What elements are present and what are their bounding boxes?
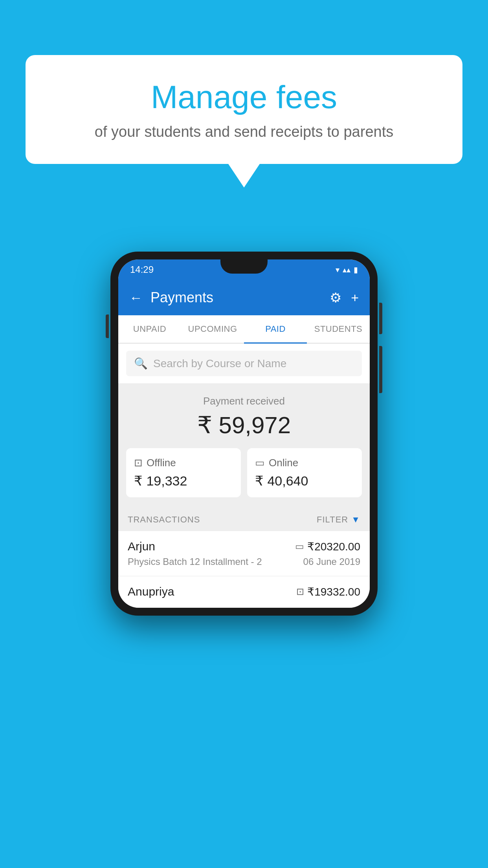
transaction-name-2: Anupriya: [128, 585, 174, 598]
status-time: 14:29: [130, 264, 154, 275]
filter-icon: ▼: [351, 515, 360, 525]
transaction-row[interactable]: Arjun ▭ ₹20320.00 Physics Batch 12 Insta…: [118, 531, 370, 576]
online-icon: ▭: [255, 457, 265, 469]
payment-cards-row: ⊡ Offline ₹ 19,332 ▭ Online ₹ 40,640: [118, 448, 370, 507]
volume-button: [106, 314, 109, 338]
transaction-date: 06 June 2019: [303, 556, 360, 567]
online-label: Online: [269, 457, 298, 469]
app-bar: ← Payments ⚙ +: [118, 280, 370, 315]
transaction-amount-wrap-2: ⊡ ₹19332.00: [296, 585, 360, 598]
transaction-amount: ₹20320.00: [307, 540, 360, 553]
settings-icon[interactable]: ⚙: [330, 290, 341, 305]
transaction-top: Arjun ▭ ₹20320.00: [128, 540, 360, 553]
offline-label: Offline: [147, 457, 176, 469]
offline-payment-card: ⊡ Offline ₹ 19,332: [126, 448, 241, 497]
transaction-bottom: Physics Batch 12 Installment - 2 06 June…: [128, 556, 360, 567]
app-bar-right: ⚙ +: [330, 290, 359, 305]
speech-bubble-tail: [228, 164, 260, 188]
search-input[interactable]: Search by Course or Name: [153, 357, 286, 370]
signal-icon: ▴▴: [343, 265, 350, 274]
offline-icon: ⊡: [134, 457, 143, 469]
speech-bubble-title: Manage fees: [57, 79, 431, 116]
payment-received-label: Payment received: [126, 395, 362, 407]
payment-type-icon-2: ⊡: [296, 586, 304, 597]
battery-icon: ▮: [354, 265, 358, 274]
transaction-amount-2: ₹19332.00: [307, 585, 360, 598]
add-icon[interactable]: +: [351, 290, 359, 305]
speech-bubble-container: Manage fees of your students and send re…: [26, 55, 462, 188]
status-icons: ▾ ▴▴ ▮: [336, 265, 358, 274]
payment-type-icon: ▭: [295, 541, 304, 552]
offline-card-header: ⊡ Offline: [134, 457, 233, 469]
speech-bubble-subtitle: of your students and send receipts to pa…: [57, 123, 431, 140]
phone-outer: 14:29 ▾ ▴▴ ▮ ← Payments ⚙ +: [110, 252, 378, 616]
transaction-name: Arjun: [128, 540, 155, 553]
payment-total-amount: ₹ 59,972: [126, 411, 362, 439]
search-box[interactable]: 🔍 Search by Course or Name: [126, 351, 362, 376]
online-card-header: ▭ Online: [255, 457, 354, 469]
transaction-row-partial[interactable]: Anupriya ⊡ ₹19332.00: [118, 576, 370, 608]
transaction-top-2: Anupriya ⊡ ₹19332.00: [128, 585, 360, 598]
online-amount: ₹ 40,640: [255, 473, 354, 489]
volume-down-button: [379, 346, 382, 393]
transactions-label: TRANSACTIONS: [128, 515, 200, 525]
app-bar-left: ← Payments: [129, 289, 213, 306]
tab-upcoming[interactable]: UPCOMING: [181, 315, 244, 343]
filter-label: FILTER: [317, 515, 348, 525]
tab-unpaid[interactable]: UNPAID: [118, 315, 181, 343]
search-container: 🔍 Search by Course or Name: [118, 344, 370, 383]
phone-screen: 14:29 ▾ ▴▴ ▮ ← Payments ⚙ +: [118, 259, 370, 608]
tabs: UNPAID UPCOMING PAID STUDENTS: [118, 315, 370, 344]
page-title: Payments: [150, 289, 213, 306]
offline-amount: ₹ 19,332: [134, 473, 233, 489]
transactions-header: TRANSACTIONS FILTER ▼: [118, 507, 370, 531]
phone-container: 14:29 ▾ ▴▴ ▮ ← Payments ⚙ +: [110, 252, 378, 616]
notch: [220, 259, 268, 274]
wifi-icon: ▾: [336, 265, 339, 274]
back-button[interactable]: ←: [129, 290, 143, 305]
search-icon: 🔍: [134, 357, 148, 370]
tab-paid[interactable]: PAID: [244, 315, 307, 343]
filter-button[interactable]: FILTER ▼: [317, 515, 360, 525]
transaction-amount-wrap: ▭ ₹20320.00: [295, 540, 360, 553]
payment-summary: Payment received ₹ 59,972: [118, 383, 370, 448]
speech-bubble: Manage fees of your students and send re…: [26, 55, 462, 164]
online-payment-card: ▭ Online ₹ 40,640: [247, 448, 362, 497]
tab-students[interactable]: STUDENTS: [307, 315, 370, 343]
transaction-detail: Physics Batch 12 Installment - 2: [128, 556, 262, 567]
power-button: [379, 303, 382, 334]
